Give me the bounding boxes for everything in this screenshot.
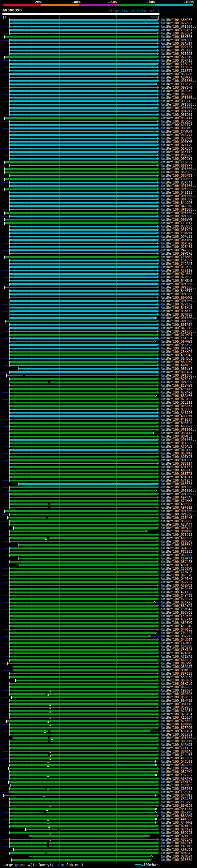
- hit-bar[interactable]: [9, 551, 157, 552]
- hit-bar[interactable]: [9, 761, 156, 763]
- hit-bar[interactable]: [9, 43, 157, 44]
- hit-bar[interactable]: [9, 463, 157, 464]
- hit-bar[interactable]: [9, 852, 157, 854]
- hit-bar[interactable]: [9, 277, 157, 278]
- hit-bar[interactable]: [9, 751, 157, 752]
- hit-bar[interactable]: [9, 619, 157, 620]
- hit-bar[interactable]: [9, 497, 157, 498]
- hit-bar[interactable]: [9, 609, 157, 610]
- hit-bar[interactable]: [9, 26, 157, 27]
- hit-bar[interactable]: [9, 344, 157, 346]
- hit-bar[interactable]: [9, 338, 157, 339]
- hit-bar[interactable]: [9, 151, 157, 153]
- hit-bar[interactable]: [9, 94, 157, 95]
- hit-bar[interactable]: [20, 564, 157, 566]
- hit-bar[interactable]: [9, 459, 157, 461]
- hit-bar[interactable]: [9, 805, 157, 806]
- hit-bar[interactable]: [9, 652, 157, 654]
- hit-bar[interactable]: [9, 591, 157, 593]
- hit-bar[interactable]: [9, 639, 157, 641]
- hit-bar[interactable]: [9, 155, 157, 156]
- hit-bar[interactable]: [19, 483, 157, 485]
- hit-bar[interactable]: [9, 182, 157, 183]
- hit-bar[interactable]: [9, 673, 157, 674]
- hit-bar[interactable]: [5, 188, 157, 190]
- hit-bar[interactable]: [9, 402, 157, 403]
- hit-bar[interactable]: [9, 788, 157, 789]
- hit-bar[interactable]: [9, 334, 157, 336]
- hit-bar[interactable]: [8, 662, 157, 664]
- hit-bar[interactable]: [5, 222, 157, 224]
- hit-bar[interactable]: [5, 161, 157, 163]
- hit-bar[interactable]: [9, 327, 157, 329]
- hit-bar[interactable]: [9, 114, 157, 116]
- hit-bar[interactable]: [10, 314, 157, 315]
- hit-bar[interactable]: [9, 297, 157, 298]
- hit-bar[interactable]: [9, 331, 157, 332]
- hit-bar[interactable]: [9, 768, 157, 769]
- hit-bar[interactable]: [5, 212, 157, 214]
- hit-bar[interactable]: [9, 832, 157, 834]
- hit-bar[interactable]: [9, 280, 157, 281]
- hit-bar[interactable]: [9, 206, 157, 207]
- hit-bar[interactable]: [9, 818, 156, 820]
- hit-bar[interactable]: [9, 693, 157, 695]
- hit-bar[interactable]: [9, 771, 157, 773]
- hit-bar[interactable]: [9, 124, 157, 126]
- hit-bar[interactable]: [9, 341, 154, 342]
- hit-bar[interactable]: [9, 791, 157, 793]
- hit-bar[interactable]: [10, 317, 156, 319]
- hit-bar[interactable]: [10, 381, 157, 383]
- hit-bar[interactable]: [9, 581, 157, 583]
- hit-bar[interactable]: [9, 456, 157, 458]
- hit-bar[interactable]: [9, 53, 157, 55]
- hit-bar[interactable]: [9, 605, 157, 607]
- hit-bar[interactable]: [9, 741, 157, 742]
- hit-bar[interactable]: [10, 310, 157, 312]
- hit-bar[interactable]: [9, 774, 156, 776]
- hit-bar[interactable]: [9, 436, 157, 437]
- hit-bar[interactable]: [9, 578, 157, 580]
- hit-bar[interactable]: [9, 50, 157, 51]
- hit-bar[interactable]: [9, 747, 157, 749]
- hit-bar[interactable]: [5, 56, 157, 58]
- hit-bar[interactable]: [9, 232, 157, 234]
- hit-bar[interactable]: [7, 375, 157, 376]
- hit-bar[interactable]: [9, 388, 157, 390]
- hit-bar[interactable]: [12, 696, 157, 698]
- hit-bar[interactable]: [9, 812, 155, 813]
- hit-bar[interactable]: [9, 29, 157, 31]
- hit-bar[interactable]: [9, 449, 157, 451]
- hit-bar[interactable]: [29, 835, 148, 837]
- hit-bar[interactable]: [9, 690, 157, 691]
- hit-bar[interactable]: [9, 731, 149, 732]
- hit-bar[interactable]: [9, 73, 157, 75]
- hit-bar[interactable]: [9, 419, 157, 420]
- hit-bar[interactable]: [9, 781, 157, 783]
- hit-bar[interactable]: [9, 798, 157, 800]
- hit-bar[interactable]: [9, 209, 157, 210]
- hit-bar[interactable]: [9, 33, 157, 34]
- hit-bar[interactable]: [9, 723, 157, 725]
- hit-bar[interactable]: [9, 622, 157, 623]
- hit-bar[interactable]: [9, 493, 157, 495]
- hit-bar[interactable]: [9, 134, 157, 136]
- hit-bar[interactable]: [9, 111, 157, 112]
- hit-bar[interactable]: [9, 273, 157, 275]
- hit-bar[interactable]: [10, 304, 157, 305]
- hit-bar[interactable]: [9, 764, 156, 766]
- hit-bar[interactable]: [9, 398, 157, 400]
- hit-bar[interactable]: [9, 649, 157, 651]
- hit-bar[interactable]: [9, 710, 157, 712]
- hit-bar[interactable]: [19, 368, 157, 370]
- hit-bar[interactable]: [9, 612, 157, 613]
- hit-bar[interactable]: [9, 158, 157, 159]
- hit-bar[interactable]: [9, 100, 157, 102]
- hit-bar[interactable]: [9, 815, 157, 816]
- hit-bar[interactable]: [9, 243, 157, 244]
- hit-bar[interactable]: [9, 825, 157, 827]
- hit-bar[interactable]: [9, 145, 157, 146]
- hit-bar[interactable]: [9, 426, 157, 427]
- hit-bar[interactable]: [9, 97, 157, 98]
- hit-bar[interactable]: [19, 558, 157, 559]
